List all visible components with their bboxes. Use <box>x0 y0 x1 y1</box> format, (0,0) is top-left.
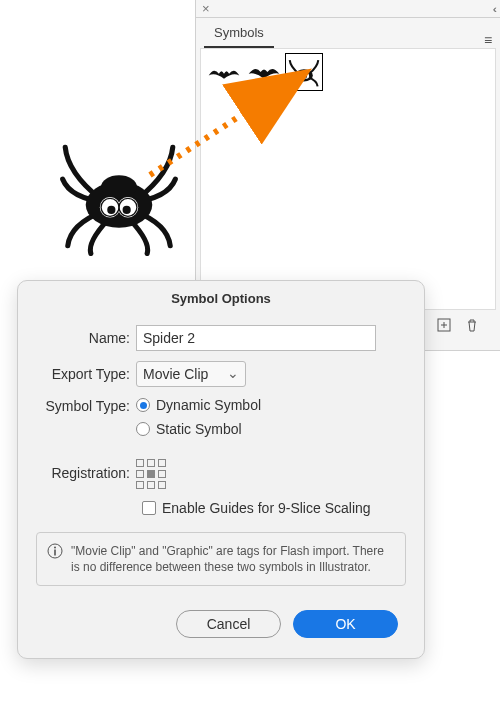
radio-dynamic-label: Dynamic Symbol <box>156 397 261 413</box>
close-icon[interactable]: × <box>202 1 210 16</box>
registration-grid[interactable] <box>136 459 168 491</box>
info-text: "Movie Clip" and "Graphic" are tags for … <box>71 543 395 575</box>
radio-icon <box>136 398 150 412</box>
dialog-button-row: Cancel OK <box>18 590 424 642</box>
info-box: "Movie Clip" and "Graphic" are tags for … <box>36 532 406 586</box>
svg-rect-17 <box>54 550 56 556</box>
symbol-plus-badge: + <box>234 83 241 90</box>
export-type-label: Export Type: <box>36 366 136 382</box>
trash-icon[interactable] <box>464 317 480 333</box>
spider-artwork <box>55 128 183 256</box>
registration-center[interactable] <box>147 470 155 478</box>
radio-static-label: Static Symbol <box>156 421 242 437</box>
name-label: Name: <box>36 330 136 346</box>
ok-button[interactable]: OK <box>293 610 398 638</box>
panel-titlebar[interactable]: × ‹‹ <box>196 0 500 18</box>
bat-1-symbol[interactable]: + <box>205 53 243 91</box>
dialog-title: Symbol Options <box>18 281 424 320</box>
bat-2-symbol[interactable]: + <box>245 53 283 91</box>
name-input[interactable] <box>136 325 376 351</box>
export-type-select[interactable]: Movie Clip <box>136 361 246 387</box>
registration-label: Registration: <box>36 465 136 481</box>
new-symbol-icon[interactable] <box>436 317 452 333</box>
cancel-button[interactable]: Cancel <box>176 610 281 638</box>
info-icon <box>47 543 63 559</box>
radio-dynamic-symbol[interactable]: Dynamic Symbol <box>136 397 406 413</box>
nine-slice-checkbox-row[interactable]: Enable Guides for 9-Slice Scaling <box>18 496 424 524</box>
svg-point-7 <box>123 206 131 214</box>
svg-point-12 <box>305 76 307 78</box>
svg-point-1 <box>101 175 137 198</box>
panel-menu-icon[interactable]: ≡ <box>476 32 500 48</box>
symbol-type-label: Symbol Type: <box>36 397 136 414</box>
symbols-list[interactable]: + + <box>200 48 496 310</box>
radio-static-symbol[interactable]: Static Symbol <box>136 421 406 437</box>
symbol-plus-badge: + <box>274 83 281 90</box>
svg-point-11 <box>301 76 303 78</box>
collapse-icon[interactable]: ‹‹ <box>493 3 494 15</box>
panel-tab-row: Symbols ≡ <box>196 18 500 48</box>
nine-slice-label: Enable Guides for 9-Slice Scaling <box>162 500 371 516</box>
export-type-value: Movie Clip <box>143 366 208 382</box>
spider-symbol-selected[interactable] <box>285 53 323 91</box>
tab-symbols[interactable]: Symbols <box>204 19 274 48</box>
svg-point-6 <box>107 206 115 214</box>
symbol-options-dialog: Symbol Options Name: Export Type: Movie … <box>17 280 425 659</box>
svg-point-16 <box>54 547 56 549</box>
checkbox-icon[interactable] <box>142 501 156 515</box>
radio-icon <box>136 422 150 436</box>
